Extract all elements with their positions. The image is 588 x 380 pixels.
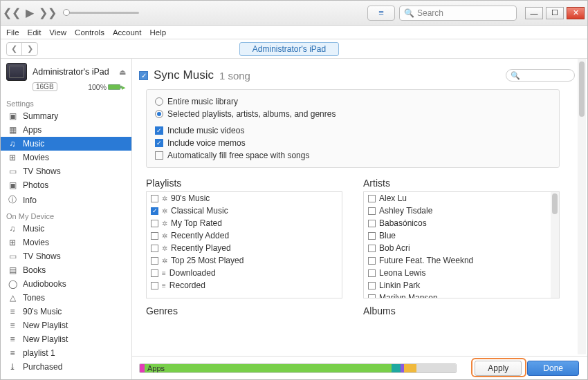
artist-item[interactable]: Marilyn Manson [364,292,551,298]
artist-item[interactable]: Ashley Tisdale [364,205,551,217]
sidebar-item-music[interactable]: ♫Music [1,222,131,236]
playlist-item[interactable]: ✲My Top Rated [147,217,342,229]
sidebar-item-purchased[interactable]: ⤓Purchased [1,360,131,374]
menu-file[interactable]: File [6,28,19,37]
maximize-button[interactable]: ☐ [546,7,564,19]
sidebar-icon: ▭ [8,167,17,176]
capacity-badge: 16GB [33,82,57,91]
sidebar-item-tv-shows[interactable]: ▭TV Shows [1,164,131,178]
playlist-checkbox[interactable]: ✓ [151,207,158,215]
menu-account[interactable]: Account [113,28,142,37]
content-scrollbar[interactable] [578,59,586,354]
artist-item[interactable]: Future Feat. The Weeknd [364,254,551,267]
playlist-item[interactable]: ≡Recorded [147,279,342,292]
artist-item[interactable]: Babasónicos [364,217,551,229]
checkbox-autofill[interactable] [155,151,163,160]
artist-checkbox[interactable] [368,220,376,227]
global-search-input[interactable]: 🔍 Search [399,6,517,21]
content-search-input[interactable]: 🔍 [506,69,575,82]
playlist-checkbox[interactable] [151,257,158,265]
usage-label: Apps [147,364,165,372]
sidebar-item-summary[interactable]: ▣Summary [1,109,131,123]
sidebar-icon: ▦ [8,125,17,135]
sidebar-item-tv-shows[interactable]: ▭TV Shows [1,249,131,263]
sidebar-item-audiobooks[interactable]: ◯Audiobooks [1,277,131,291]
sidebar-icon: ≡ [8,334,17,344]
sidebar-icon: ▭ [8,251,17,261]
sidebar-item-playlist-1[interactable]: ≡playlist 1 [1,346,131,360]
sidebar-item-info[interactable]: ⓘInfo [1,192,131,208]
artist-checkbox[interactable] [368,245,376,252]
sync-title: Sync Music [154,68,214,82]
forward-button[interactable]: ❯ [22,43,37,55]
playlist-item[interactable]: ✲Top 25 Most Played [147,254,342,267]
sidebar-item-photos[interactable]: ▣Photos [1,178,131,192]
artist-checkbox[interactable] [368,294,376,298]
next-track-button[interactable]: ❯❯ [39,6,56,21]
checkbox-music-videos[interactable]: ✓ [155,126,163,135]
search-icon: 🔍 [404,8,414,18]
artist-checkbox[interactable] [368,257,376,265]
playlist-checkbox[interactable] [151,282,158,289]
playlists-listbox[interactable]: ✲90's Music✓✲Classical Music✲My Top Rate… [146,191,342,298]
smart-playlist-icon: ✲ [162,232,167,240]
playlist-item[interactable]: ✲Recently Added [147,229,342,242]
sidebar-item-movies[interactable]: ⊞Movies [1,236,131,249]
scrollbar[interactable] [551,192,559,298]
playlist-item[interactable]: ≡Downloaded [147,267,342,279]
search-placeholder: Search [417,8,443,18]
menu-edit[interactable]: Edit [28,28,42,37]
menu-controls[interactable]: Controls [75,28,104,37]
artists-heading: Artists [363,178,560,189]
playlist-checkbox[interactable] [151,245,158,252]
menu-bar: FileEditViewControlsAccountHelp [1,26,587,39]
close-button[interactable]: ✕ [567,7,585,19]
artist-checkbox[interactable] [368,269,376,277]
sidebar: Administrator's iPad ⏏ 16GB 100% ▸ Setti… [1,59,132,379]
volume-slider[interactable] [63,12,139,14]
playlist-checkbox[interactable] [151,269,158,277]
sidebar-item-new-playlist[interactable]: ≡New Playlist [1,332,131,346]
apply-button[interactable]: Apply [475,361,522,376]
sidebar-item-apps[interactable]: ▦Apps [1,123,131,137]
sidebar-icon: ⤓ [8,362,17,372]
smart-playlist-icon: ✲ [162,257,167,265]
artist-item[interactable]: Alex Lu [364,192,551,205]
sidebar-item-90-s-music[interactable]: ≡90's Music [1,305,131,319]
menu-help[interactable]: Help [149,28,166,37]
done-button[interactable]: Done [527,361,579,376]
sidebar-item-books[interactable]: ▤Books [1,263,131,277]
playlist-item[interactable]: ✲90's Music [147,192,342,205]
back-button[interactable]: ❮ [7,43,22,55]
playlist-item[interactable]: ✲Recently Played [147,242,342,254]
artist-checkbox[interactable] [368,232,376,240]
artists-listbox[interactable]: Alex LuAshley TisdaleBabasónicosBlueBob … [363,191,560,298]
artist-item[interactable]: Bob Acri [364,242,551,254]
playlist-checkbox[interactable] [151,220,158,227]
device-pill[interactable]: Administrator's iPad [239,42,339,56]
eject-button[interactable]: ⏏ [119,68,126,77]
radio-entire-library[interactable] [155,97,163,106]
playlist-item[interactable]: ✓✲Classical Music [147,205,342,217]
playlist-checkbox[interactable] [151,195,158,202]
sync-music-checkbox[interactable]: ✓ [139,71,148,80]
minimize-button[interactable]: — [525,7,543,19]
menu-view[interactable]: View [49,28,66,37]
artist-checkbox[interactable] [368,282,376,289]
artist-checkbox[interactable] [368,207,376,215]
view-toggle-button[interactable]: ≡ [367,6,395,21]
prev-track-button[interactable]: ❮❮ [3,6,20,21]
sidebar-item-tones[interactable]: △Tones [1,291,131,305]
play-button[interactable]: ▶ [21,6,38,21]
playlist-checkbox[interactable] [151,232,158,240]
artist-item[interactable]: Blue [364,229,551,242]
checkbox-voice-memos[interactable]: ✓ [155,139,163,147]
radio-selected-items[interactable] [155,110,163,118]
sidebar-item-music[interactable]: ♫Music [1,137,131,151]
artist-item[interactable]: Leona Lewis [364,267,551,279]
artist-item[interactable]: Linkin Park [364,279,551,292]
sidebar-item-movies[interactable]: ⊞Movies [1,151,131,164]
smart-playlist-icon: ✲ [162,195,167,202]
sidebar-item-new-playlist[interactable]: ≡New Playlist [1,319,131,332]
artist-checkbox[interactable] [368,195,376,202]
